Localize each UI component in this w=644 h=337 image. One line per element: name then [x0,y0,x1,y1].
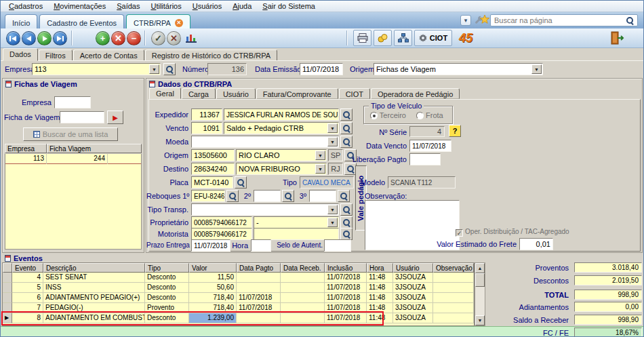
cell-usuario[interactable]: 3JSOUZA [393,313,433,323]
proprietario-code-field[interactable]: 00085794066172 [191,216,252,229]
column-header-data-pagto[interactable]: Data Pagto [237,263,281,273]
cell-hora[interactable]: 11:48 [367,293,393,303]
radio-terceiro[interactable]: Terceiro [370,111,406,119]
cell-inclusao[interactable]: 11/07/2018 [325,303,367,313]
scrollbar-thumb[interactable] [475,273,485,287]
add-record-button[interactable]: + [96,31,110,45]
cell-usuario[interactable]: 3JSOUZA [393,303,433,313]
origem-code-field[interactable]: 13505600 [191,149,235,161]
cell-usuario[interactable]: 3JSOUZA [393,293,433,303]
column-header-valor[interactable]: Valor [189,263,237,273]
cell-empresa[interactable]: 113 [5,154,47,164]
menu-cadastros[interactable]: Cadastros [3,1,48,11]
hierarchy-button[interactable] [394,30,412,46]
print-button[interactable] [353,30,371,46]
dropdown-arrow-icon[interactable]: ▼ [327,205,338,214]
cell-data-receb[interactable] [281,303,325,313]
tab-usuario[interactable]: Usuário [216,88,256,99]
cell-observacao[interactable] [433,293,474,303]
column-header-ficha-viagem[interactable]: Ficha Viagem [47,144,142,153]
cell-usuario[interactable]: 3JSOUZA [393,283,433,293]
cell-hora[interactable]: 11:48 [367,313,393,323]
table-row[interactable]: 113 244 [5,154,141,164]
tipo-transp-lookup-button[interactable] [340,203,353,216]
tab-cadastro-de-eventos[interactable]: Cadastro de Eventos [39,14,124,28]
cell-observacao[interactable] [433,273,474,283]
menu-usuarios[interactable]: Usuários [187,1,227,11]
close-tab-icon[interactable]: ✕ [175,19,183,27]
column-header-descricao[interactable]: Descrição [43,263,145,273]
discard-button[interactable]: ✕ [167,31,181,45]
cell-inclusao[interactable]: 11/07/2018 [325,313,367,323]
tab-inicio[interactable]: Início [5,14,37,28]
star-icon[interactable] [480,15,489,25]
tab-acerto-de-contas[interactable]: Acerto de Contas [73,49,144,61]
prazo-entrega-field[interactable]: 11/07/2018 [191,239,230,252]
cell-tipo[interactable]: Desconto [145,283,189,293]
table-row[interactable]: 4 SEST SENAT Desconto 11,50 11/07/2018 1… [3,273,474,283]
cell-descricao[interactable]: ADIANTAMENTO EM COMBUST [43,313,145,323]
tab-geral[interactable]: Geral [149,87,181,99]
destino-city-combo[interactable]: NOVA FRIBURGO ▼ [236,163,327,175]
column-header-empresa[interactable]: Empresa [5,144,47,153]
expedidor-name-field[interactable]: JESSICA FURLAN RAMOS DE SOUZA [224,108,339,121]
cell-evento[interactable]: 6 [12,293,43,303]
cell-data-receb[interactable] [281,273,325,283]
cell-inclusao[interactable]: 11/07/2018 [325,283,367,293]
cell-valor[interactable]: 11,50 [189,273,237,283]
cell-hora[interactable]: 11:48 [367,283,393,293]
expedidor-code-field[interactable]: 11367 [191,108,222,121]
chart-icon[interactable] [185,33,197,45]
cell-valor-selected[interactable]: 1.239,00 [189,313,237,323]
origem-city-combo[interactable]: RIO CLARO ▼ [236,149,327,161]
dropdown-arrow-icon[interactable]: ▼ [149,64,159,74]
proprietario-lookup-button[interactable] [340,216,353,229]
nav-first-button[interactable] [6,31,20,45]
tab-ctrb-rpa[interactable]: CTRB/RPA ✕ [126,14,190,28]
cancel-record-button[interactable]: ✕ [111,31,125,45]
tab-operadora-de-pedagio[interactable]: Operadora de Pedágio [371,88,460,99]
cell-descricao[interactable]: INSS [43,283,145,293]
help-button[interactable]: ? [449,125,461,137]
exit-door-icon[interactable] [609,31,624,47]
table-row[interactable]: 5 INSS Desconto 50,60 11/07/2018 11:48 3… [3,283,474,293]
scroll-up-button[interactable]: ▲ [475,263,485,273]
search-input[interactable] [494,16,623,24]
cell-data-receb[interactable] [281,313,325,323]
dropdown-arrow-icon[interactable]: ▼ [315,151,325,160]
buscar-de-uma-lista-button[interactable]: Buscar de uma lista [23,127,118,141]
cell-observacao[interactable] [433,313,474,323]
moeda-combo[interactable]: ▼ [191,136,339,148]
empresa-combo[interactable]: 113 ▼ [32,63,161,75]
cell-hora[interactable]: 11:48 [367,303,393,313]
cell-evento[interactable]: 4 [12,273,43,283]
cell-valor[interactable]: 50,60 [189,283,237,293]
tab-filtros[interactable]: Filtros [39,49,73,61]
tab-fatura-comprovante[interactable]: Fatura/Comprovante [256,88,338,99]
cell-inclusao[interactable]: 11/07/2018 [325,293,367,303]
cell-observacao[interactable] [433,283,474,293]
reboque3-lookup-button[interactable] [338,190,350,202]
reboque3-field[interactable] [309,190,336,202]
column-header-evento[interactable]: Evento [12,263,43,273]
cell-evento[interactable]: 5 [12,283,43,293]
vencto-code-field[interactable]: 1091 [191,122,222,134]
nav-next-button[interactable] [37,31,52,45]
selo-autent-field[interactable] [324,239,351,252]
ficha-de-viagem-field[interactable] [60,111,104,123]
cell-data-pagto[interactable] [237,313,281,323]
placa-field[interactable]: MCT-0140 [191,176,233,189]
menu-saidas[interactable]: Saídas [111,1,145,11]
column-header-usuario[interactable]: Usuário [393,263,433,273]
cell-tipo[interactable]: Desconto [145,313,189,323]
motorista-lookup-button[interactable] [340,228,353,240]
reboque2-field[interactable] [254,190,281,202]
placa-lookup-button[interactable] [235,176,247,189]
expedidor-lookup-button[interactable] [340,108,353,121]
cell-data-pagto[interactable]: 11/07/2018 [237,293,281,303]
cell-valor[interactable]: 718,40 [189,303,237,313]
cell-tipo[interactable]: Provento [145,303,189,313]
empresa-lookup-button[interactable] [163,63,176,75]
motorista-code-field[interactable]: 00085794066172 [191,228,252,240]
scroll-down-button[interactable]: ▼ [475,315,485,325]
